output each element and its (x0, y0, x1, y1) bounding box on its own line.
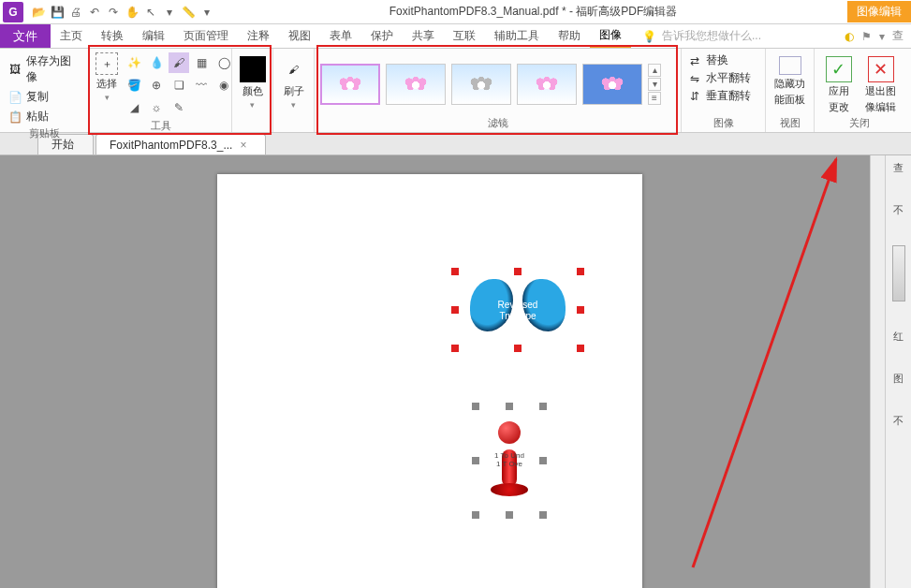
paste-icon: 📋 (7, 110, 22, 125)
group-image-ops: ⇄替换 ⇋水平翻转 ⇵垂直翻转 图像 (682, 49, 766, 132)
document-tabstrip: 开始 FoxitPhantomPDF8.3_... × (0, 133, 911, 155)
save-as-image-button[interactable]: 🖼保存为图像 (6, 52, 83, 86)
copy-icon: 📄 (7, 90, 22, 105)
filter-preset-1[interactable] (320, 64, 380, 105)
panel-icon (779, 56, 801, 75)
search-label[interactable]: 查 (892, 28, 904, 44)
rp-item-2[interactable]: 红 (893, 330, 904, 344)
filter-scroll-up[interactable]: ▴ (648, 64, 661, 77)
print-icon[interactable]: 🖨 (67, 4, 84, 21)
group-view-label: 视图 (771, 115, 808, 130)
pen-icon[interactable]: ✎ (169, 97, 189, 118)
brush-button[interactable]: 🖌 刷子 ▾ (279, 52, 308, 110)
filter-preset-5[interactable] (582, 64, 642, 105)
more-icon[interactable]: ▾ (198, 4, 215, 21)
tell-me-search[interactable]: 💡 告诉我您想做什么... (631, 24, 837, 48)
flip-vertical-button[interactable]: ⇵垂直翻转 (687, 88, 751, 104)
hide-panel-button[interactable]: 隐藏功 能面板 (771, 52, 808, 107)
redo-icon[interactable]: ↷ (105, 4, 122, 21)
filter-preset-3[interactable] (451, 64, 511, 105)
check-icon: ✓ (826, 56, 852, 82)
select-label: 选择 (96, 77, 117, 91)
butterfly-text-1: Reversed (498, 300, 538, 310)
tab-home[interactable]: 主页 (51, 24, 92, 48)
rp-item-3[interactable]: 图 (893, 372, 904, 386)
filter-preset-4[interactable] (517, 64, 577, 105)
open-icon[interactable]: 📂 (30, 4, 47, 21)
replace-button[interactable]: ⇄替换 (687, 52, 751, 68)
smudge-icon[interactable]: 〰 (191, 75, 212, 96)
tab-document-label: FoxitPhantomPDF8.3_... (110, 139, 232, 152)
exit-image-edit-button[interactable]: ✕ 退出图 像编辑 (862, 52, 899, 114)
ruler-icon[interactable]: 📏 (180, 4, 197, 21)
eraser-icon[interactable]: ❏ (169, 75, 189, 96)
hand-icon[interactable]: ✋ (124, 4, 140, 21)
filter-scroll-down[interactable]: ▾ (648, 78, 661, 91)
hide-panel-l2: 能面板 (774, 93, 805, 107)
selected-image-chess[interactable]: 1 To Und1 T Ove (476, 406, 543, 515)
flip-horizontal-button[interactable]: ⇋水平翻转 (687, 70, 751, 86)
tab-share[interactable]: 共享 (403, 24, 444, 48)
copy-button[interactable]: 📄复制 (6, 88, 83, 106)
tab-document[interactable]: FoxitPhantomPDF8.3_... × (96, 134, 266, 154)
exit-l1: 退出图 (865, 84, 896, 98)
right-side-panel: 查 不 红 图 不 (885, 155, 911, 588)
tab-help[interactable]: 帮助 (549, 24, 590, 48)
tab-protect[interactable]: 保护 (361, 24, 403, 48)
brush-icon: 🖌 (281, 56, 307, 82)
tab-image[interactable]: 图像 (590, 24, 631, 48)
tab-comment[interactable]: 注释 (238, 24, 279, 48)
save-icon[interactable]: 💾 (49, 4, 66, 21)
tab-form[interactable]: 表单 (320, 24, 361, 48)
tab-edit[interactable]: 编辑 (133, 24, 174, 48)
paste-button[interactable]: 📋粘贴 (6, 108, 83, 125)
tell-me-placeholder: 告诉我您想做什么... (662, 28, 761, 44)
blur-icon[interactable]: ◉ (213, 75, 234, 96)
group-color: 颜色 ▾ (232, 49, 273, 132)
mode-dropdown-icon[interactable]: ▾ (161, 4, 178, 21)
rp-item-1[interactable]: 不 (893, 203, 904, 217)
apply-changes-button[interactable]: ✓ 应用 更改 (820, 52, 857, 114)
chess-text-1: 1 To Und (494, 451, 524, 460)
svg-line-0 (693, 159, 836, 567)
marquee-select-icon[interactable]: ＋ (96, 52, 118, 75)
rp-item-0[interactable]: 查 (893, 161, 904, 175)
magic-wand-icon[interactable]: ✨ (124, 52, 144, 73)
bucket-icon[interactable]: 🪣 (124, 75, 144, 96)
filter-preset-2[interactable] (386, 64, 446, 105)
save-as-image-label: 保存为图像 (26, 53, 81, 85)
selected-image-butterfly[interactable]: ReversedTruetype (455, 272, 580, 348)
dropdown-icon[interactable]: ▾ (879, 30, 885, 43)
lasso-icon[interactable]: ◯ (213, 52, 234, 73)
tab-view[interactable]: 视图 (279, 24, 320, 48)
tab-accessibility[interactable]: 辅助工具 (485, 24, 549, 48)
ribbon: 🖼保存为图像 📄复制 📋粘贴 剪贴板 ＋ 选择 ▾ ✨ 💧 🖌 ▦ ◯ 🪣 ⊕ (0, 49, 911, 133)
tab-page-manage[interactable]: 页面管理 (174, 24, 238, 48)
tab-close-icon[interactable]: × (240, 139, 246, 152)
tools-grid: ✨ 💧 🖌 ▦ ◯ 🪣 ⊕ ❏ 〰 ◉ ◢ ☼ ✎ (124, 52, 234, 118)
rp-slider[interactable] (892, 245, 905, 301)
undo-icon[interactable]: ↶ (86, 4, 103, 21)
file-menu[interactable]: 文件 (0, 24, 51, 48)
stamp-icon[interactable]: ⊕ (146, 75, 167, 96)
group-close-label: 关闭 (820, 115, 899, 130)
color-swatch-icon (240, 56, 266, 82)
canvas[interactable]: ReversedTruetype 1 To Und1 T Ove (0, 155, 870, 588)
tab-connect[interactable]: 互联 (444, 24, 485, 48)
filter-expand[interactable]: ≡ (648, 92, 661, 105)
flip-h-label: 水平翻转 (706, 70, 751, 86)
color-button[interactable]: 颜色 ▾ (238, 52, 267, 110)
rp-item-4[interactable]: 不 (893, 414, 904, 428)
apply-l2: 更改 (829, 100, 849, 114)
tab-convert[interactable]: 转换 (92, 24, 133, 48)
eyedropper-icon[interactable]: 💧 (146, 52, 167, 73)
flag-icon[interactable]: ⚑ (861, 30, 872, 43)
vertical-scrollbar[interactable] (870, 155, 885, 588)
close-icon: ✕ (868, 56, 894, 82)
sync-icon[interactable]: ◐ (845, 30, 854, 43)
dodge-icon[interactable]: ☼ (146, 97, 167, 118)
texture-icon[interactable]: ▦ (191, 52, 212, 73)
pointer-icon[interactable]: ↖ (142, 4, 159, 21)
brush-tool-icon[interactable]: 🖌 (169, 52, 189, 73)
sharpen-icon[interactable]: ◢ (124, 97, 144, 118)
